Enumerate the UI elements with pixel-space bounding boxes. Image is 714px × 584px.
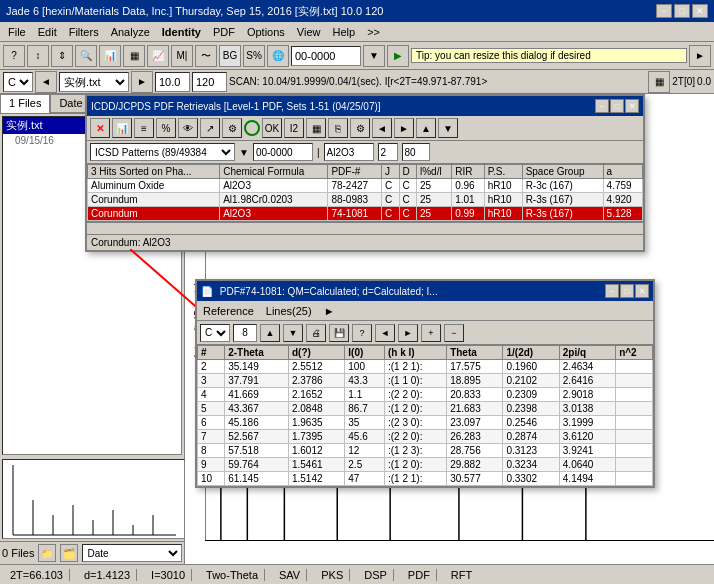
toolbar-arrow-right-btn[interactable]: ► [689,45,711,67]
menu-identify[interactable]: Identity [156,24,207,40]
table-row[interactable]: 645.1861.963535:(2 3 0):23.0970.25463.19… [198,416,653,430]
col-ps[interactable]: P.S. [484,165,522,179]
menu-pdf[interactable]: PDF [207,24,241,40]
icdd-ok-btn[interactable]: OK [262,118,282,138]
icdd-max-btn[interactable]: □ [610,99,624,113]
range-start-input[interactable] [155,72,190,92]
menu-file[interactable]: File [2,24,32,40]
icdd-chart-btn[interactable]: 📊 [112,118,132,138]
table-row[interactable]: 1061.1451.514247:(1 2 1):30.5770.33024.1… [198,472,653,486]
th-2theta[interactable]: 2-Theta [225,346,289,360]
th-hkl[interactable]: (h k l) [384,346,446,360]
pdf-save-btn[interactable]: 💾 [329,324,349,342]
icdd-eye-btn[interactable]: 👁 [178,118,198,138]
close-button[interactable]: ✕ [692,4,708,18]
icdd-right-btn[interactable]: ► [394,118,414,138]
table-row[interactable]: 543.3672.084886.7:(1 2 0):21.6830.23983.… [198,402,653,416]
icdd-close-btn[interactable]: ✕ [625,99,639,113]
table-row[interactable]: Aluminum Oxide Al2O3 78-2427 C C 25 0.96… [88,179,643,193]
element-select[interactable]: Cu [3,72,33,92]
table-row[interactable]: 441.6692.16521.1:(2 2 0):20.8330.23092.9… [198,388,653,402]
status-pks[interactable]: PKS [315,569,350,581]
tb2-icon-btn[interactable]: ▦ [648,71,670,93]
icdd-pattern-select[interactable]: ICSD Patterns (89/49384 [90,143,235,161]
icdd-formula-input[interactable] [324,143,374,161]
status-dsp[interactable]: DSP [358,569,394,581]
menu-options[interactable]: Options [241,24,291,40]
icdd-down-btn[interactable]: ▼ [438,118,458,138]
pdf-print-btn[interactable]: 🖨 [306,324,326,342]
pdf-left-btn[interactable]: ◄ [375,324,395,342]
tab-1files[interactable]: 1 Files [0,94,50,113]
col-formula[interactable]: Chemical Formula [220,165,328,179]
col-d[interactable]: D [399,165,416,179]
maximize-button[interactable]: □ [674,4,690,18]
tb2-btn2[interactable]: ► [131,71,153,93]
th-theta[interactable]: Theta [447,346,503,360]
icdd-min-btn[interactable]: − [595,99,609,113]
toolbar-bar-btn[interactable]: ▦ [123,45,145,67]
pdf-number-input[interactable]: 00-0000 [291,46,361,66]
menu-view[interactable]: View [291,24,327,40]
icdd-i2-btn[interactable]: I2 [284,118,304,138]
icdd-num2-input[interactable] [402,143,430,161]
icdd-num1-input[interactable] [378,143,398,161]
pdf-close-btn[interactable]: ✕ [635,284,649,298]
file-select[interactable]: 实例.txt [59,72,129,92]
th-n2[interactable]: n^2 [616,346,653,360]
icdd-filter-btn[interactable]: ⚙ [222,118,242,138]
pdf-help-btn[interactable]: ? [352,324,372,342]
tb2-btn1[interactable]: ◄ [35,71,57,93]
th-i0[interactable]: I(0) [345,346,385,360]
icdd-x-btn[interactable]: ✕ [90,118,110,138]
col-pdf[interactable]: PDF-# [328,165,382,179]
th-inv2d[interactable]: 1/(2d) [503,346,559,360]
toolbar-wave-btn[interactable]: 〜 [195,45,217,67]
table-row[interactable]: 235.1492.5512100:(1 2 1):17.5750.19602.4… [198,360,653,374]
icdd-pdf-input[interactable] [253,143,313,161]
pdf-arrow-up-btn[interactable]: ▲ [260,324,280,342]
th-d[interactable]: d(?) [288,346,344,360]
menu-filters[interactable]: Filters [63,24,105,40]
toolbar-filter-btn[interactable]: M| [171,45,193,67]
table-row[interactable]: 752.5671.739545.6:(2 2 0):26.2830.28743.… [198,430,653,444]
pdf-menu-reference[interactable]: Reference [197,303,260,319]
icdd-up-btn[interactable]: ▲ [416,118,436,138]
icdd-scrollbar[interactable] [87,222,643,234]
icdd-bar-btn[interactable]: ▦ [306,118,326,138]
icdd-list-btn[interactable]: ≡ [134,118,154,138]
col-rir[interactable]: RIR [452,165,485,179]
toolbar-chart-btn[interactable]: 📈 [147,45,169,67]
col-ldl[interactable]: l%d/l [416,165,451,179]
icdd-search-btn[interactable]: % [156,118,176,138]
icdd-gear-btn[interactable]: ⚙ [350,118,370,138]
status-rft[interactable]: RFT [445,569,478,581]
col-phase[interactable]: 3 Hits Sorted on Pha... [88,165,220,179]
th-n[interactable]: # [198,346,225,360]
pdf-arrow-down-btn[interactable]: ▼ [283,324,303,342]
pdf-minus-btn[interactable]: − [444,324,464,342]
toolbar-search-btn[interactable]: ▼ [363,45,385,67]
icdd-left-btn[interactable]: ◄ [372,118,392,138]
toolbar-help-btn[interactable]: ? [3,45,25,67]
pdf-plus-btn[interactable]: + [421,324,441,342]
toolbar-pan-btn[interactable]: ⇕ [51,45,73,67]
th-2piq[interactable]: 2pi/q [559,346,615,360]
toolbar-bg-btn[interactable]: BG [219,45,241,67]
date-sort-select[interactable]: Date [82,544,182,562]
table-row[interactable]: 959.7641.54612.5:(1 2 0):29.8820.32344.0… [198,458,653,472]
col-a[interactable]: a [603,165,642,179]
table-row-selected[interactable]: Corundum Al2O3 74-1081 C C 25 0.99 hR10 … [88,207,643,221]
toolbar-pct-btn[interactable]: S% [243,45,265,67]
folder-btn1[interactable]: 📁 [38,544,56,562]
icdd-table-container[interactable]: 3 Hits Sorted on Pha... Chemical Formula… [87,164,643,222]
menu-edit[interactable]: Edit [32,24,63,40]
table-row[interactable]: Corundum Al1.98Cr0.0203 88-0983 C C 25 1… [88,193,643,207]
menu-analyze[interactable]: Analyze [105,24,156,40]
status-sav[interactable]: SAV [273,569,307,581]
icdd-copy-btn[interactable]: ⎘ [328,118,348,138]
pdf-menu-lines[interactable]: Lines(25) [260,303,318,319]
pdf-table-container[interactable]: # 2-Theta d(?) I(0) (h k l) Theta 1/(2d)… [197,345,653,486]
menu-more[interactable]: >> [361,24,386,40]
pdf-menu-more[interactable]: ► [318,303,341,319]
